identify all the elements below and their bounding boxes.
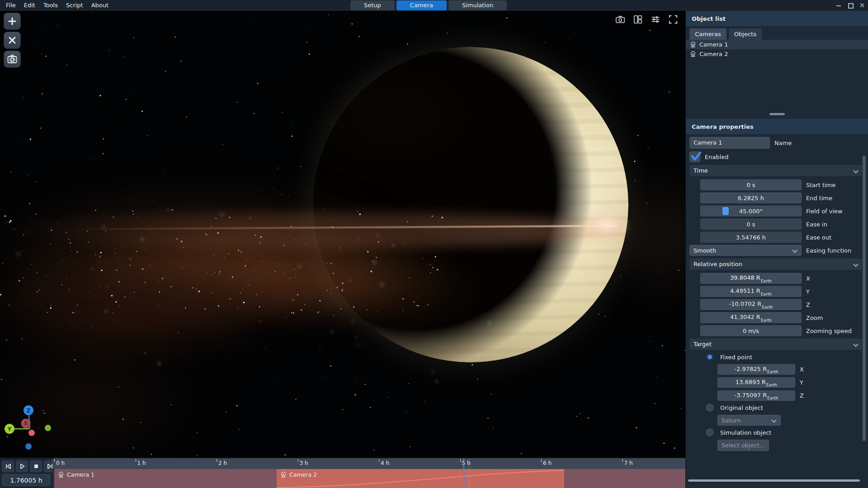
- radio-label: Simulation object: [720, 429, 771, 436]
- camera-settings-icon: [7, 54, 18, 65]
- field-value: 3.54766 h: [736, 234, 766, 241]
- property-label: Ease out: [806, 234, 831, 241]
- ease-out-input[interactable]: 3.54766 h: [700, 232, 802, 243]
- menu-tools[interactable]: Tools: [39, 0, 62, 11]
- timeline: 1.76005 h 0 h1 h2 h3 h4 h5 h6 h7 h Camer…: [0, 457, 685, 488]
- render-viewport[interactable]: XZY: [0, 11, 685, 457]
- field-value: 41.3042 REarth: [730, 314, 772, 322]
- target-z-input[interactable]: -3.75097 REarth: [717, 390, 795, 401]
- chevron-down-icon: [772, 418, 776, 422]
- close-button[interactable]: [4, 32, 21, 49]
- skip-to-start-button[interactable]: [2, 460, 14, 472]
- object-list-item[interactable]: Camera 1: [686, 40, 868, 49]
- target-section-bar[interactable]: Target: [689, 338, 862, 350]
- z-input[interactable]: -10.0702 REarth: [700, 299, 802, 310]
- property-label: Z: [806, 301, 810, 308]
- zoom-input[interactable]: 41.3042 REarth: [700, 312, 802, 323]
- field-value: -3.75097 REarth: [735, 392, 778, 400]
- axis-gizmo[interactable]: XZY: [0, 405, 59, 455]
- fullscreen-icon[interactable]: [668, 14, 678, 26]
- menu-about[interactable]: About: [87, 0, 113, 11]
- property-label: Field of view: [806, 208, 843, 215]
- property-row: 0 sStart time: [700, 179, 868, 190]
- name-row: Camera 1Name: [689, 137, 868, 149]
- name-label: Name: [774, 140, 792, 146]
- vertical-scrollbar[interactable]: [863, 155, 866, 441]
- horizontal-scrollbar[interactable]: [688, 479, 860, 482]
- close-icon[interactable]: ✕: [859, 2, 865, 9]
- field-value: 4.49511 REarth: [730, 287, 772, 296]
- tab-simulation[interactable]: Simulation: [448, 0, 507, 10]
- menu-edit[interactable]: Edit: [20, 0, 39, 11]
- enabled-row: Enabled: [689, 151, 868, 162]
- property-label: Start time: [806, 182, 835, 188]
- object-list-items: Camera 1Camera 2: [686, 40, 868, 59]
- tab-setup[interactable]: Setup: [350, 0, 395, 10]
- radio-simulation-object[interactable]: [706, 428, 714, 436]
- current-time-value: 1.76005 h: [10, 477, 42, 484]
- easing-function-dropdown[interactable]: Smooth: [689, 245, 802, 256]
- add-button[interactable]: [4, 13, 21, 30]
- maximize-icon[interactable]: [847, 2, 854, 9]
- fov-slider-handle[interactable]: [722, 207, 729, 215]
- field-value: 39.8048 REarth: [730, 274, 772, 282]
- side-panel: Object list CamerasObjects Camera 1Camer…: [685, 11, 868, 488]
- stop-button[interactable]: [30, 460, 42, 472]
- field-of-view-input[interactable]: 45.000°: [700, 206, 802, 216]
- enabled-checkbox[interactable]: [689, 151, 700, 162]
- adjust-sliders-icon[interactable]: [651, 14, 660, 26]
- camera-properties-title: Camera properties: [692, 123, 754, 130]
- ruler-label: 2 h: [218, 460, 227, 466]
- current-time-display[interactable]: 1.76005 h: [2, 474, 51, 486]
- time-section-bar[interactable]: Time: [689, 165, 862, 176]
- select-object-button[interactable]: Select object...: [717, 440, 769, 451]
- add-icon: [8, 17, 17, 26]
- start-time-input[interactable]: 0 s: [700, 179, 802, 190]
- mode-tabbar: SetupCameraSimulation: [350, 0, 507, 10]
- easing-label: Easing function: [806, 247, 851, 254]
- object-list-item[interactable]: Camera 2: [686, 49, 868, 59]
- relative-position-section-bar[interactable]: Relative position: [689, 258, 862, 270]
- ease-in-input[interactable]: 0 s: [700, 219, 802, 230]
- playhead[interactable]: [463, 458, 464, 488]
- layout-panels-icon[interactable]: [633, 14, 643, 26]
- radio-label: Fixed point: [720, 354, 752, 361]
- zooming-speed-input[interactable]: 0 m/s: [700, 325, 802, 336]
- menu-file[interactable]: File: [2, 0, 20, 11]
- object-list-tab-cameras[interactable]: Cameras: [689, 28, 726, 40]
- end-time-input[interactable]: 6.2825 h: [700, 192, 802, 203]
- ruler-label: 3 h: [300, 460, 308, 466]
- menu-script[interactable]: Script: [62, 0, 87, 11]
- camera-properties-body: Camera 1NameEnabledTime0 sStart time6.28…: [686, 134, 868, 488]
- easing-value: Smooth: [693, 247, 716, 254]
- minimize-icon[interactable]: [835, 2, 842, 9]
- target-coord-row: 13.6893 REarthY: [717, 377, 868, 388]
- ruler-label: 7 h: [624, 460, 633, 466]
- camera-name-input[interactable]: Camera 1: [689, 137, 770, 149]
- hover-position-line: [469, 458, 469, 488]
- x-input[interactable]: 39.8048 REarth: [700, 273, 802, 284]
- radio-original-object[interactable]: [706, 404, 714, 412]
- property-label: Y: [806, 288, 810, 295]
- panel-splitter-handle[interactable]: [769, 113, 785, 115]
- property-label: Zooming speed: [806, 328, 852, 334]
- screenshot-camera-icon[interactable]: [615, 14, 625, 26]
- target-option-row: Original object: [706, 404, 868, 412]
- movie-camera-icon: [690, 51, 696, 57]
- camera-settings-button[interactable]: [4, 51, 21, 68]
- chevron-down-icon: [854, 262, 858, 267]
- property-row: 39.8048 REarthX: [700, 273, 868, 284]
- original-object-dropdown[interactable]: Saturn: [717, 415, 781, 426]
- field-value: 13.6893 REarth: [736, 379, 777, 387]
- timeline-ruler[interactable]: 0 h1 h2 h3 h4 h5 h6 h7 h: [52, 458, 685, 469]
- radio-fixed-point[interactable]: [706, 353, 714, 361]
- object-list-tab-objects[interactable]: Objects: [729, 28, 762, 40]
- play-button[interactable]: [16, 460, 28, 472]
- timeline-track[interactable]: Camera 1Camera 2: [52, 469, 685, 488]
- object-list-title: Object list: [692, 15, 726, 22]
- section-label: Target: [693, 341, 712, 347]
- target-y-input[interactable]: 13.6893 REarth: [717, 377, 795, 388]
- tab-camera[interactable]: Camera: [396, 0, 447, 10]
- y-input[interactable]: 4.49511 REarth: [700, 286, 802, 297]
- target-x-input[interactable]: -2.97825 REarth: [717, 364, 795, 375]
